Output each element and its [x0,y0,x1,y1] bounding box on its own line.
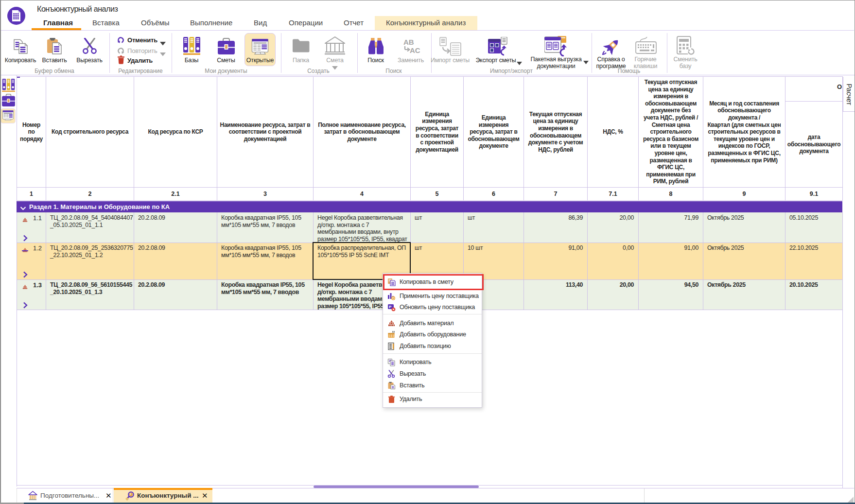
svg-text:Р: Р [389,305,392,309]
svg-text:AB: AB [403,38,414,46]
svg-text:AC: AC [410,46,420,54]
